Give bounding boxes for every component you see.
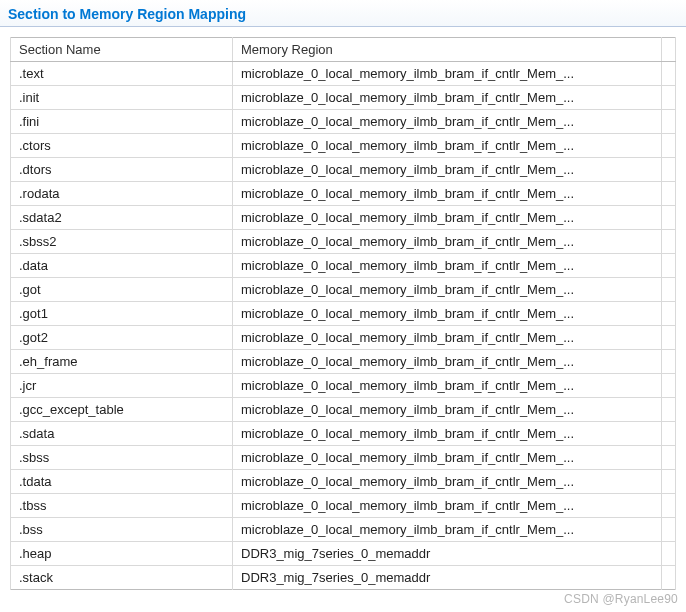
table-row[interactable]: .rodatamicroblaze_0_local_memory_ilmb_br… [11,182,676,206]
cell-section-name[interactable]: .sdata [11,422,233,446]
table-row[interactable]: .sbss2microblaze_0_local_memory_ilmb_bra… [11,230,676,254]
table-row[interactable]: .sdatamicroblaze_0_local_memory_ilmb_bra… [11,422,676,446]
col-header-spacer [662,38,676,62]
cell-memory-region[interactable]: microblaze_0_local_memory_ilmb_bram_if_c… [233,470,662,494]
cell-spacer [662,158,676,182]
cell-section-name[interactable]: .sbss2 [11,230,233,254]
cell-memory-region[interactable]: microblaze_0_local_memory_ilmb_bram_if_c… [233,422,662,446]
cell-section-name[interactable]: .sbss [11,446,233,470]
cell-section-name[interactable]: .heap [11,542,233,566]
cell-memory-region[interactable]: microblaze_0_local_memory_ilmb_bram_if_c… [233,110,662,134]
cell-memory-region[interactable]: microblaze_0_local_memory_ilmb_bram_if_c… [233,230,662,254]
cell-memory-region[interactable]: microblaze_0_local_memory_ilmb_bram_if_c… [233,86,662,110]
cell-memory-region[interactable]: microblaze_0_local_memory_ilmb_bram_if_c… [233,302,662,326]
cell-section-name[interactable]: .dtors [11,158,233,182]
table-container: Section Name Memory Region .textmicrobla… [0,27,686,590]
table-row[interactable]: .finimicroblaze_0_local_memory_ilmb_bram… [11,110,676,134]
cell-spacer [662,350,676,374]
section-title: Section to Memory Region Mapping [0,0,686,27]
cell-memory-region[interactable]: microblaze_0_local_memory_ilmb_bram_if_c… [233,374,662,398]
table-row[interactable]: .gcc_except_tablemicroblaze_0_local_memo… [11,398,676,422]
cell-spacer [662,230,676,254]
table-row[interactable]: .ctorsmicroblaze_0_local_memory_ilmb_bra… [11,134,676,158]
cell-memory-region[interactable]: microblaze_0_local_memory_ilmb_bram_if_c… [233,518,662,542]
cell-spacer [662,398,676,422]
cell-memory-region[interactable]: microblaze_0_local_memory_ilmb_bram_if_c… [233,494,662,518]
table-row[interactable]: .heapDDR3_mig_7series_0_memaddr [11,542,676,566]
cell-section-name[interactable]: .bss [11,518,233,542]
cell-memory-region[interactable]: DDR3_mig_7series_0_memaddr [233,566,662,590]
cell-memory-region[interactable]: microblaze_0_local_memory_ilmb_bram_if_c… [233,62,662,86]
cell-spacer [662,86,676,110]
col-header-section[interactable]: Section Name [11,38,233,62]
cell-section-name[interactable]: .init [11,86,233,110]
cell-spacer [662,302,676,326]
cell-memory-region[interactable]: microblaze_0_local_memory_ilmb_bram_if_c… [233,278,662,302]
table-row[interactable]: .initmicroblaze_0_local_memory_ilmb_bram… [11,86,676,110]
cell-memory-region[interactable]: microblaze_0_local_memory_ilmb_bram_if_c… [233,398,662,422]
cell-spacer [662,62,676,86]
cell-spacer [662,422,676,446]
cell-memory-region[interactable]: microblaze_0_local_memory_ilmb_bram_if_c… [233,182,662,206]
cell-spacer [662,446,676,470]
table-row[interactable]: .textmicroblaze_0_local_memory_ilmb_bram… [11,62,676,86]
cell-memory-region[interactable]: DDR3_mig_7series_0_memaddr [233,542,662,566]
cell-section-name[interactable]: .tdata [11,470,233,494]
table-row[interactable]: .datamicroblaze_0_local_memory_ilmb_bram… [11,254,676,278]
cell-section-name[interactable]: .tbss [11,494,233,518]
table-row[interactable]: .dtorsmicroblaze_0_local_memory_ilmb_bra… [11,158,676,182]
table-row[interactable]: .stackDDR3_mig_7series_0_memaddr [11,566,676,590]
cell-spacer [662,110,676,134]
cell-spacer [662,470,676,494]
watermark: CSDN @RyanLee90 [564,592,678,606]
cell-spacer [662,254,676,278]
cell-spacer [662,374,676,398]
table-header-row: Section Name Memory Region [11,38,676,62]
cell-spacer [662,566,676,590]
cell-spacer [662,494,676,518]
cell-section-name[interactable]: .got [11,278,233,302]
cell-memory-region[interactable]: microblaze_0_local_memory_ilmb_bram_if_c… [233,350,662,374]
table-row[interactable]: .bssmicroblaze_0_local_memory_ilmb_bram_… [11,518,676,542]
cell-spacer [662,326,676,350]
cell-section-name[interactable]: .got2 [11,326,233,350]
cell-spacer [662,542,676,566]
cell-section-name[interactable]: .gcc_except_table [11,398,233,422]
cell-memory-region[interactable]: microblaze_0_local_memory_ilmb_bram_if_c… [233,446,662,470]
mapping-table: Section Name Memory Region .textmicrobla… [10,37,676,590]
cell-section-name[interactable]: .eh_frame [11,350,233,374]
cell-section-name[interactable]: .jcr [11,374,233,398]
table-row[interactable]: .sbssmicroblaze_0_local_memory_ilmb_bram… [11,446,676,470]
cell-section-name[interactable]: .text [11,62,233,86]
table-row[interactable]: .gotmicroblaze_0_local_memory_ilmb_bram_… [11,278,676,302]
cell-memory-region[interactable]: microblaze_0_local_memory_ilmb_bram_if_c… [233,206,662,230]
cell-section-name[interactable]: .data [11,254,233,278]
cell-section-name[interactable]: .sdata2 [11,206,233,230]
cell-memory-region[interactable]: microblaze_0_local_memory_ilmb_bram_if_c… [233,254,662,278]
cell-section-name[interactable]: .got1 [11,302,233,326]
cell-section-name[interactable]: .stack [11,566,233,590]
table-row[interactable]: .sdata2microblaze_0_local_memory_ilmb_br… [11,206,676,230]
table-row[interactable]: .got1microblaze_0_local_memory_ilmb_bram… [11,302,676,326]
cell-memory-region[interactable]: microblaze_0_local_memory_ilmb_bram_if_c… [233,134,662,158]
table-row[interactable]: .eh_framemicroblaze_0_local_memory_ilmb_… [11,350,676,374]
cell-section-name[interactable]: .rodata [11,182,233,206]
table-row[interactable]: .tbssmicroblaze_0_local_memory_ilmb_bram… [11,494,676,518]
col-header-region[interactable]: Memory Region [233,38,662,62]
cell-memory-region[interactable]: microblaze_0_local_memory_ilmb_bram_if_c… [233,326,662,350]
cell-spacer [662,182,676,206]
cell-section-name[interactable]: .fini [11,110,233,134]
cell-spacer [662,278,676,302]
cell-spacer [662,134,676,158]
cell-spacer [662,206,676,230]
table-row[interactable]: .jcrmicroblaze_0_local_memory_ilmb_bram_… [11,374,676,398]
cell-section-name[interactable]: .ctors [11,134,233,158]
cell-spacer [662,518,676,542]
cell-memory-region[interactable]: microblaze_0_local_memory_ilmb_bram_if_c… [233,158,662,182]
table-row[interactable]: .got2microblaze_0_local_memory_ilmb_bram… [11,326,676,350]
table-row[interactable]: .tdatamicroblaze_0_local_memory_ilmb_bra… [11,470,676,494]
